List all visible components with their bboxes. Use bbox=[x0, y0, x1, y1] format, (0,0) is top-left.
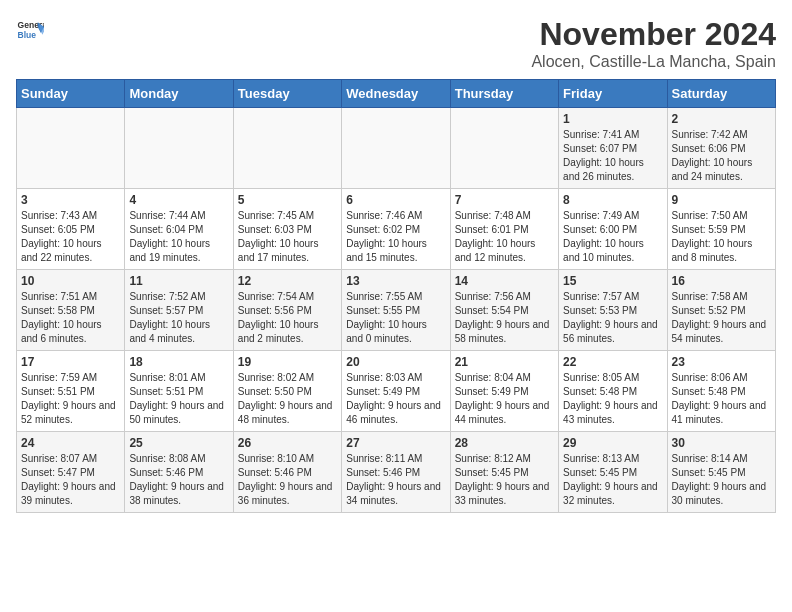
day-number: 22 bbox=[563, 355, 662, 369]
logo-icon: General Blue bbox=[16, 16, 44, 44]
calendar-day-cell: 4Sunrise: 7:44 AM Sunset: 6:04 PM Daylig… bbox=[125, 189, 233, 270]
day-number: 21 bbox=[455, 355, 554, 369]
calendar-day-cell: 26Sunrise: 8:10 AM Sunset: 5:46 PM Dayli… bbox=[233, 432, 341, 513]
weekday-header-cell: Sunday bbox=[17, 80, 125, 108]
day-number: 14 bbox=[455, 274, 554, 288]
day-info: Sunrise: 7:43 AM Sunset: 6:05 PM Dayligh… bbox=[21, 209, 120, 265]
day-number: 29 bbox=[563, 436, 662, 450]
title-area: November 2024 Alocen, Castille-La Mancha… bbox=[531, 16, 776, 71]
day-info: Sunrise: 8:06 AM Sunset: 5:48 PM Dayligh… bbox=[672, 371, 771, 427]
day-number: 8 bbox=[563, 193, 662, 207]
calendar-day-cell bbox=[125, 108, 233, 189]
day-info: Sunrise: 7:46 AM Sunset: 6:02 PM Dayligh… bbox=[346, 209, 445, 265]
weekday-header-cell: Saturday bbox=[667, 80, 775, 108]
day-number: 20 bbox=[346, 355, 445, 369]
weekday-header-cell: Friday bbox=[559, 80, 667, 108]
calendar-week-row: 1Sunrise: 7:41 AM Sunset: 6:07 PM Daylig… bbox=[17, 108, 776, 189]
day-info: Sunrise: 7:54 AM Sunset: 5:56 PM Dayligh… bbox=[238, 290, 337, 346]
day-number: 26 bbox=[238, 436, 337, 450]
day-number: 9 bbox=[672, 193, 771, 207]
calendar-day-cell bbox=[342, 108, 450, 189]
calendar-day-cell: 12Sunrise: 7:54 AM Sunset: 5:56 PM Dayli… bbox=[233, 270, 341, 351]
weekday-header-cell: Monday bbox=[125, 80, 233, 108]
day-info: Sunrise: 7:52 AM Sunset: 5:57 PM Dayligh… bbox=[129, 290, 228, 346]
day-info: Sunrise: 8:11 AM Sunset: 5:46 PM Dayligh… bbox=[346, 452, 445, 508]
header: General Blue November 2024 Alocen, Casti… bbox=[16, 16, 776, 71]
calendar-day-cell: 3Sunrise: 7:43 AM Sunset: 6:05 PM Daylig… bbox=[17, 189, 125, 270]
day-info: Sunrise: 7:49 AM Sunset: 6:00 PM Dayligh… bbox=[563, 209, 662, 265]
day-number: 28 bbox=[455, 436, 554, 450]
day-info: Sunrise: 7:51 AM Sunset: 5:58 PM Dayligh… bbox=[21, 290, 120, 346]
day-info: Sunrise: 8:03 AM Sunset: 5:49 PM Dayligh… bbox=[346, 371, 445, 427]
day-info: Sunrise: 8:05 AM Sunset: 5:48 PM Dayligh… bbox=[563, 371, 662, 427]
day-number: 16 bbox=[672, 274, 771, 288]
day-info: Sunrise: 8:10 AM Sunset: 5:46 PM Dayligh… bbox=[238, 452, 337, 508]
calendar-day-cell bbox=[17, 108, 125, 189]
day-number: 23 bbox=[672, 355, 771, 369]
calendar-day-cell: 30Sunrise: 8:14 AM Sunset: 5:45 PM Dayli… bbox=[667, 432, 775, 513]
day-number: 1 bbox=[563, 112, 662, 126]
day-number: 13 bbox=[346, 274, 445, 288]
weekday-header-row: SundayMondayTuesdayWednesdayThursdayFrid… bbox=[17, 80, 776, 108]
calendar-day-cell bbox=[233, 108, 341, 189]
calendar-day-cell: 2Sunrise: 7:42 AM Sunset: 6:06 PM Daylig… bbox=[667, 108, 775, 189]
day-info: Sunrise: 7:58 AM Sunset: 5:52 PM Dayligh… bbox=[672, 290, 771, 346]
day-info: Sunrise: 7:59 AM Sunset: 5:51 PM Dayligh… bbox=[21, 371, 120, 427]
calendar-day-cell: 6Sunrise: 7:46 AM Sunset: 6:02 PM Daylig… bbox=[342, 189, 450, 270]
svg-text:Blue: Blue bbox=[18, 30, 37, 40]
calendar-day-cell: 15Sunrise: 7:57 AM Sunset: 5:53 PM Dayli… bbox=[559, 270, 667, 351]
calendar-week-row: 24Sunrise: 8:07 AM Sunset: 5:47 PM Dayli… bbox=[17, 432, 776, 513]
day-number: 24 bbox=[21, 436, 120, 450]
day-info: Sunrise: 7:44 AM Sunset: 6:04 PM Dayligh… bbox=[129, 209, 228, 265]
calendar-table: SundayMondayTuesdayWednesdayThursdayFrid… bbox=[16, 79, 776, 513]
calendar-day-cell: 23Sunrise: 8:06 AM Sunset: 5:48 PM Dayli… bbox=[667, 351, 775, 432]
calendar-week-row: 10Sunrise: 7:51 AM Sunset: 5:58 PM Dayli… bbox=[17, 270, 776, 351]
day-number: 15 bbox=[563, 274, 662, 288]
calendar-day-cell: 18Sunrise: 8:01 AM Sunset: 5:51 PM Dayli… bbox=[125, 351, 233, 432]
calendar-body: 1Sunrise: 7:41 AM Sunset: 6:07 PM Daylig… bbox=[17, 108, 776, 513]
day-info: Sunrise: 8:07 AM Sunset: 5:47 PM Dayligh… bbox=[21, 452, 120, 508]
month-title: November 2024 bbox=[531, 16, 776, 53]
day-info: Sunrise: 7:57 AM Sunset: 5:53 PM Dayligh… bbox=[563, 290, 662, 346]
day-number: 3 bbox=[21, 193, 120, 207]
day-number: 6 bbox=[346, 193, 445, 207]
calendar-day-cell bbox=[450, 108, 558, 189]
calendar-day-cell: 29Sunrise: 8:13 AM Sunset: 5:45 PM Dayli… bbox=[559, 432, 667, 513]
day-info: Sunrise: 8:01 AM Sunset: 5:51 PM Dayligh… bbox=[129, 371, 228, 427]
day-info: Sunrise: 8:13 AM Sunset: 5:45 PM Dayligh… bbox=[563, 452, 662, 508]
weekday-header-cell: Thursday bbox=[450, 80, 558, 108]
day-number: 30 bbox=[672, 436, 771, 450]
calendar-day-cell: 20Sunrise: 8:03 AM Sunset: 5:49 PM Dayli… bbox=[342, 351, 450, 432]
day-number: 17 bbox=[21, 355, 120, 369]
calendar-day-cell: 1Sunrise: 7:41 AM Sunset: 6:07 PM Daylig… bbox=[559, 108, 667, 189]
day-number: 18 bbox=[129, 355, 228, 369]
day-info: Sunrise: 8:04 AM Sunset: 5:49 PM Dayligh… bbox=[455, 371, 554, 427]
day-info: Sunrise: 8:08 AM Sunset: 5:46 PM Dayligh… bbox=[129, 452, 228, 508]
weekday-header-cell: Wednesday bbox=[342, 80, 450, 108]
day-number: 12 bbox=[238, 274, 337, 288]
day-number: 11 bbox=[129, 274, 228, 288]
calendar-day-cell: 16Sunrise: 7:58 AM Sunset: 5:52 PM Dayli… bbox=[667, 270, 775, 351]
calendar-week-row: 3Sunrise: 7:43 AM Sunset: 6:05 PM Daylig… bbox=[17, 189, 776, 270]
day-info: Sunrise: 7:56 AM Sunset: 5:54 PM Dayligh… bbox=[455, 290, 554, 346]
weekday-header-cell: Tuesday bbox=[233, 80, 341, 108]
calendar-day-cell: 21Sunrise: 8:04 AM Sunset: 5:49 PM Dayli… bbox=[450, 351, 558, 432]
calendar-day-cell: 10Sunrise: 7:51 AM Sunset: 5:58 PM Dayli… bbox=[17, 270, 125, 351]
calendar-day-cell: 17Sunrise: 7:59 AM Sunset: 5:51 PM Dayli… bbox=[17, 351, 125, 432]
day-info: Sunrise: 8:14 AM Sunset: 5:45 PM Dayligh… bbox=[672, 452, 771, 508]
calendar-week-row: 17Sunrise: 7:59 AM Sunset: 5:51 PM Dayli… bbox=[17, 351, 776, 432]
day-info: Sunrise: 8:02 AM Sunset: 5:50 PM Dayligh… bbox=[238, 371, 337, 427]
calendar-day-cell: 9Sunrise: 7:50 AM Sunset: 5:59 PM Daylig… bbox=[667, 189, 775, 270]
day-number: 5 bbox=[238, 193, 337, 207]
calendar-day-cell: 22Sunrise: 8:05 AM Sunset: 5:48 PM Dayli… bbox=[559, 351, 667, 432]
calendar-day-cell: 28Sunrise: 8:12 AM Sunset: 5:45 PM Dayli… bbox=[450, 432, 558, 513]
calendar-day-cell: 27Sunrise: 8:11 AM Sunset: 5:46 PM Dayli… bbox=[342, 432, 450, 513]
location-title: Alocen, Castille-La Mancha, Spain bbox=[531, 53, 776, 71]
day-number: 27 bbox=[346, 436, 445, 450]
calendar-day-cell: 19Sunrise: 8:02 AM Sunset: 5:50 PM Dayli… bbox=[233, 351, 341, 432]
day-info: Sunrise: 7:55 AM Sunset: 5:55 PM Dayligh… bbox=[346, 290, 445, 346]
day-number: 4 bbox=[129, 193, 228, 207]
calendar-day-cell: 25Sunrise: 8:08 AM Sunset: 5:46 PM Dayli… bbox=[125, 432, 233, 513]
calendar-day-cell: 14Sunrise: 7:56 AM Sunset: 5:54 PM Dayli… bbox=[450, 270, 558, 351]
day-number: 10 bbox=[21, 274, 120, 288]
